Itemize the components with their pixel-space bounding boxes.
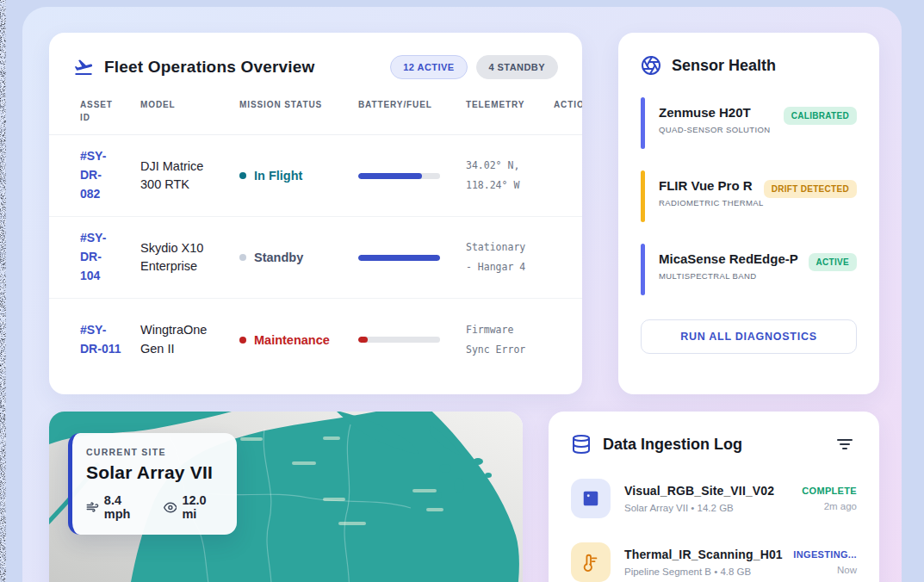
image-icon: [581, 489, 600, 508]
ingestion-file-name: Visual_RGB_Site_VII_V02: [624, 484, 774, 498]
battery-bar: [358, 255, 440, 261]
filter-button[interactable]: [833, 434, 857, 455]
database-icon: [571, 434, 592, 455]
battery-bar-fill: [358, 173, 422, 179]
fleet-table: ASSET ID MODEL MISSION STATUS BATTERY/FU…: [49, 98, 582, 381]
visibility-stat: 12.0 mi: [164, 493, 221, 521]
wind-icon: [86, 500, 99, 514]
ingestion-status: INGESTING...: [793, 549, 857, 560]
flight-takeoff-icon: [73, 57, 94, 77]
run-diagnostics-button[interactable]: RUN ALL DIAGNOSTICS: [641, 319, 857, 354]
battery-bar: [358, 173, 440, 179]
sensor-status-badge: ACTIVE: [809, 253, 857, 271]
asset-model: DJI Matrice 300 RTK: [140, 158, 226, 194]
sensor-accent-bar: [641, 97, 645, 149]
asset-id-link[interactable]: #SY-DR-082: [80, 147, 121, 203]
table-row[interactable]: #SY-DR-104 Skydio X10 Enterprise Standby…: [49, 217, 582, 299]
fleet-operations-card: Fleet Operations Overview 12 ACTIVE 4 ST…: [49, 33, 582, 394]
col-header-mission-status: MISSION STATUS: [239, 98, 358, 124]
current-site-overlay: CURRENT SITE Solar Array VII 8.4 mph: [68, 433, 237, 535]
site-name: Solar Array VII: [86, 462, 221, 483]
asset-model: Skydio X10 Enterprise: [140, 239, 226, 276]
fleet-status-badges: 12 ACTIVE 4 STANDBY: [390, 55, 558, 79]
filter-icon: [836, 437, 853, 451]
col-header-model: MODEL: [140, 98, 239, 124]
standby-count-badge[interactable]: 4 STANDBY: [476, 55, 559, 79]
telemetry-readout: Firmware Sync Error: [466, 320, 536, 360]
current-site-label: CURRENT SITE: [86, 447, 221, 457]
active-count-badge[interactable]: 12 ACTIVE: [390, 55, 467, 79]
sensor-type: MULTISPECTRAL BAND: [659, 271, 798, 281]
sensor-status-badge: CALIBRATED: [784, 107, 857, 125]
fleet-card-title: Fleet Operations Overview: [104, 58, 314, 77]
mission-status: Maintenance: [239, 333, 358, 347]
sensor-accent-bar: [641, 170, 645, 222]
ingestion-file-meta: Pipeline Segment B • 4.8 GB: [624, 567, 783, 577]
sensor-name: Zenmuse H20T: [659, 105, 771, 120]
telemetry-readout: Stationary - Hangar 4: [466, 238, 536, 277]
sensor-accent-bar: [641, 244, 645, 295]
ingestion-timestamp: 2m ago: [802, 501, 857, 511]
list-item: Zenmuse H20T QUAD-SENSOR SOLUTION CALIBR…: [641, 97, 857, 149]
mission-status-label: Maintenance: [254, 333, 330, 347]
sensor-status-badge: DRIFT DETECTED: [764, 180, 857, 198]
mission-status-label: In Flight: [254, 169, 302, 183]
battery-bar-fill: [358, 337, 368, 343]
sensor-type: RADIOMETRIC THERMAL: [659, 198, 764, 207]
battery-bar: [358, 337, 440, 343]
sensor-health-card: Sensor Health Zenmuse H20T QUAD-SENSOR S…: [618, 33, 879, 394]
sensor-name: MicaSense RedEdge-P: [659, 251, 798, 266]
table-row[interactable]: #SY-DR-011 WingtraOne Gen II Maintenance…: [49, 299, 582, 381]
col-header-asset-id: ASSET ID: [80, 98, 121, 124]
log-card-title: Data Ingestion Log: [603, 436, 742, 454]
aperture-icon: [641, 55, 661, 76]
wind-speed-stat: 8.4 mph: [86, 493, 148, 521]
edge-noise-strip: [0, 0, 6, 582]
ingestion-timestamp: Now: [793, 565, 857, 575]
asset-model: WingtraOne Gen II: [140, 321, 226, 357]
list-item: MicaSense RedEdge-P MULTISPECTRAL BAND A…: [641, 244, 857, 295]
sensor-card-title: Sensor Health: [672, 57, 776, 75]
file-type-tile: [571, 542, 611, 582]
site-map-card[interactable]: CURRENT SITE Solar Array VII 8.4 mph: [49, 412, 523, 582]
file-type-tile: [571, 479, 611, 518]
col-header-actions: ACTIONS: [554, 98, 582, 124]
telemetry-readout: 34.02° N, 118.24° W: [466, 156, 536, 195]
list-item[interactable]: Visual_RGB_Site_VII_V02 Solar Array VII …: [571, 479, 857, 518]
eye-icon: [164, 500, 177, 515]
thermometer-icon: [581, 553, 600, 572]
mission-status: In Flight: [239, 169, 358, 183]
sensor-type: QUAD-SENSOR SOLUTION: [659, 125, 771, 134]
list-item: FLIR Vue Pro R RADIOMETRIC THERMAL DRIFT…: [641, 170, 857, 222]
mission-status-label: Standby: [254, 251, 303, 264]
data-ingestion-card: Data Ingestion Log: [549, 412, 879, 582]
col-header-telemetry: TELEMETRY: [466, 98, 554, 124]
table-row[interactable]: #SY-DR-082 DJI Matrice 300 RTK In Flight…: [49, 135, 582, 217]
asset-id-link[interactable]: #SY-DR-104: [80, 229, 121, 285]
sensor-name: FLIR Vue Pro R: [659, 178, 764, 193]
status-dot-icon: [239, 172, 246, 179]
status-dot-icon: [239, 254, 246, 261]
col-header-battery-fuel: BATTERY/FUEL: [358, 98, 466, 124]
ingestion-file-meta: Solar Array VII • 14.2 GB: [624, 503, 774, 513]
fleet-table-header: ASSET ID MODEL MISSION STATUS BATTERY/FU…: [49, 98, 582, 135]
mission-status: Standby: [239, 251, 358, 264]
asset-id-link[interactable]: #SY-DR-011: [80, 321, 121, 358]
dashboard-canvas: Fleet Operations Overview 12 ACTIVE 4 ST…: [22, 7, 902, 582]
list-item[interactable]: Thermal_IR_Scanning_H01 Pipeline Segment…: [571, 542, 857, 582]
ingestion-file-name: Thermal_IR_Scanning_H01: [624, 548, 783, 561]
ingestion-status: COMPLETE: [802, 486, 857, 496]
battery-bar-fill: [358, 255, 440, 261]
status-dot-icon: [239, 337, 246, 344]
